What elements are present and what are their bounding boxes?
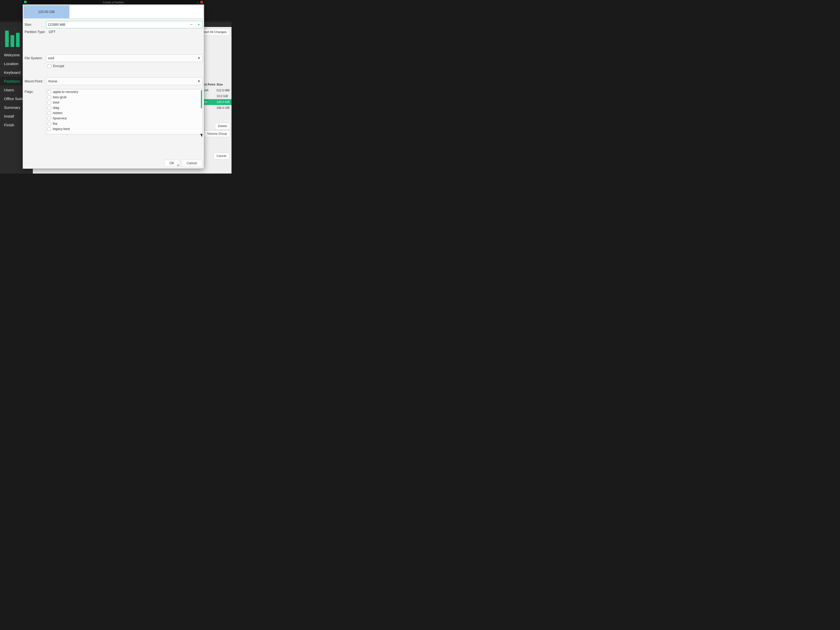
ok-button[interactable]: OK	[164, 160, 180, 167]
chevron-down-icon: ▼	[197, 79, 201, 83]
size-increment[interactable]: +	[195, 22, 202, 27]
up-icon[interactable]: ▴	[197, 1, 198, 3]
table-row[interactable]: 346.4 GiB	[202, 105, 232, 111]
chevron-down-icon: ▼	[197, 56, 201, 60]
flag-item[interactable]: bios-grub	[46, 95, 200, 100]
flag-checkbox[interactable]	[47, 106, 51, 110]
col-size: Size	[215, 82, 232, 87]
dialog-title: Create a Partition	[103, 1, 124, 4]
file-system-select[interactable]: ext4 ▼	[46, 54, 202, 62]
flag-item[interactable]: hpservice	[46, 116, 200, 121]
app-icon	[24, 1, 27, 3]
dialog-titlebar: Create a Partition ▴	[23, 0, 204, 5]
flag-checkbox[interactable]	[47, 117, 51, 120]
flag-item[interactable]: legacy-boot	[46, 126, 200, 132]
flag-checkbox[interactable]	[47, 127, 51, 131]
label-file-system: File System:	[24, 56, 46, 60]
flag-item[interactable]: lba	[46, 121, 200, 126]
size-input[interactable]: 122880 MiB − +	[46, 21, 202, 28]
delete-button[interactable]: Delete	[215, 123, 230, 129]
size-decrement[interactable]: −	[188, 22, 195, 27]
flag-item[interactable]: apple-tv-recovery	[46, 89, 200, 95]
flag-item[interactable]: boot	[46, 100, 200, 105]
flag-item[interactable]: hidden	[46, 111, 200, 116]
flags-list[interactable]: apple-tv-recovery bios-grub boot diag hi…	[46, 89, 202, 134]
size-display: 120.00 GiB	[38, 10, 55, 14]
cancel-button[interactable]: Cancel	[182, 160, 202, 167]
label-size: Size:	[24, 23, 46, 27]
partition-table: nt Point Size t/efi 512.0 MiB 10.0 GiB n…	[202, 82, 232, 111]
table-row[interactable]: 10.0 GiB	[202, 93, 232, 99]
volume-group-button[interactable]: Volume Group	[204, 131, 230, 137]
size-value[interactable]: 122880 MiB	[46, 23, 188, 27]
create-partition-dialog: 120.00 GiB Size: 122880 MiB − + Partitio…	[23, 5, 204, 169]
flag-checkbox[interactable]	[47, 101, 51, 104]
manjaro-logo	[5, 31, 22, 47]
flag-checkbox[interactable]	[47, 111, 51, 115]
close-icon[interactable]	[200, 1, 203, 4]
mount-point-value: /home	[48, 79, 57, 83]
installer-cancel-button[interactable]: Cancel	[213, 153, 229, 159]
label-partition-type: Partition Type:	[24, 30, 48, 34]
scrollbar[interactable]	[201, 90, 202, 108]
encrypt-label: Encrypt	[53, 64, 64, 68]
size-slider[interactable]: 120.00 GiB	[24, 5, 203, 18]
flag-checkbox[interactable]	[47, 122, 51, 126]
file-system-value: ext4	[48, 56, 54, 60]
flag-item[interactable]: diag	[46, 105, 200, 111]
table-row[interactable]: t/efi 512.0 MiB	[202, 87, 232, 93]
flag-checkbox[interactable]	[47, 96, 51, 99]
mount-point-select[interactable]: /home ▼	[46, 77, 202, 85]
label-mount-point: Mount Point:	[24, 79, 46, 83]
partition-type-value: GPT	[48, 30, 55, 34]
label-flags: Flags:	[24, 89, 46, 94]
size-slider-fill[interactable]: 120.00 GiB	[24, 5, 69, 18]
col-mount-point: nt Point	[202, 82, 215, 87]
flag-checkbox[interactable]	[47, 90, 51, 94]
table-row[interactable]: ne 120.0 GiB	[202, 99, 232, 105]
encrypt-checkbox[interactable]	[47, 64, 51, 68]
